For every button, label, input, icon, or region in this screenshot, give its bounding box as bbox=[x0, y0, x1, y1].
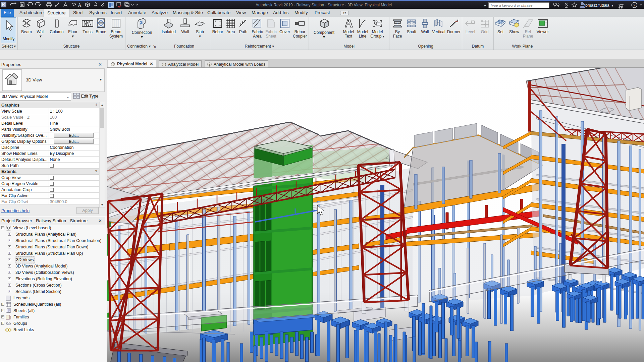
svg-text:?: ? bbox=[633, 3, 635, 7]
svg-text:R: R bbox=[2, 2, 5, 7]
svg-text:A: A bbox=[78, 2, 82, 8]
